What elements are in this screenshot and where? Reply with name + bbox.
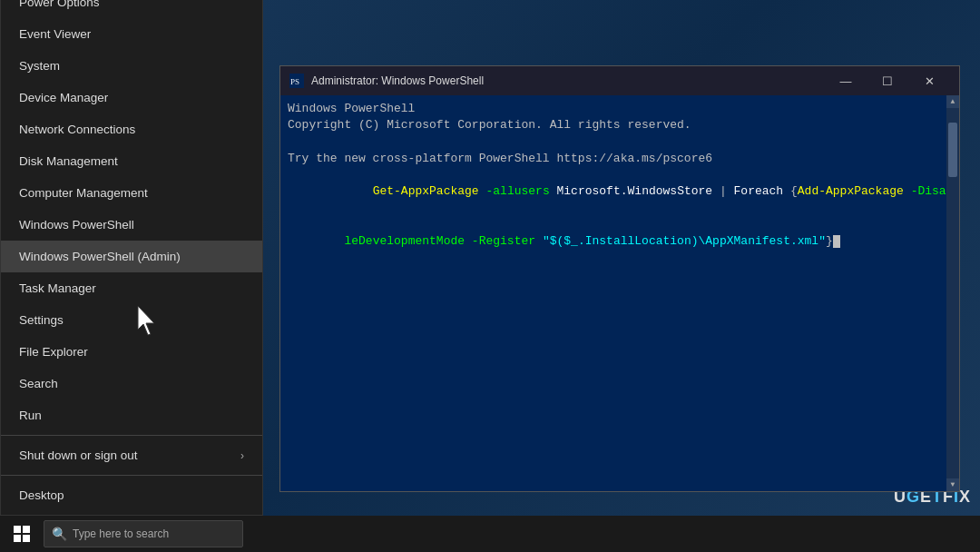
menu-item-desktop[interactable]: Desktop xyxy=(1,479,262,511)
ps-line-4: Try the new cross-platform PowerShell ht… xyxy=(288,151,952,167)
menu-item-search[interactable]: Search xyxy=(1,368,262,399)
menu-item-computer-management[interactable]: Computer Management xyxy=(1,177,262,209)
menu-separator-1 xyxy=(1,435,262,436)
taskbar: 🔍 Type here to search xyxy=(0,516,980,552)
taskbar-search-icon: 🔍 xyxy=(52,527,67,541)
context-menu: Apps and Features Power Options Event Vi… xyxy=(0,0,263,516)
ps-line-2: Copyright (C) Microsoft Corporation. All… xyxy=(288,117,952,133)
ps-line-5: Get-AppxPackage -allusers Microsoft.Wind… xyxy=(288,167,952,217)
menu-item-disk-management[interactable]: Disk Management xyxy=(1,145,262,177)
ps-line-3 xyxy=(288,133,952,150)
menu-item-event-viewer[interactable]: Event Viewer xyxy=(1,18,262,50)
menu-item-windows-powershell-admin[interactable]: Windows PowerShell (Admin) xyxy=(1,241,262,272)
start-button[interactable] xyxy=(0,516,44,552)
chevron-right-icon: › xyxy=(240,449,244,462)
menu-item-task-manager[interactable]: Task Manager xyxy=(1,272,262,304)
scroll-up-arrow[interactable]: ▲ xyxy=(946,95,959,108)
taskbar-search-placeholder: Type here to search xyxy=(73,527,169,540)
cursor-blink xyxy=(833,235,840,248)
menu-item-windows-powershell[interactable]: Windows PowerShell xyxy=(1,209,262,241)
menu-item-device-manager[interactable]: Device Manager xyxy=(1,82,262,113)
svg-rect-6 xyxy=(23,535,30,542)
window-title: Administrator: Windows PowerShell xyxy=(311,74,818,87)
scrollbar-thumb[interactable] xyxy=(948,123,957,177)
menu-item-system[interactable]: System xyxy=(1,50,262,82)
ps-line-1: Windows PowerShell xyxy=(288,101,952,117)
powershell-window: PS Administrator: Windows PowerShell — ☐… xyxy=(279,65,960,492)
maximize-button[interactable]: ☐ xyxy=(867,66,908,95)
scrollbar-vertical[interactable]: ▲ ▼ xyxy=(946,95,959,491)
powershell-window-icon: PS xyxy=(289,74,304,88)
taskbar-search-box[interactable]: 🔍 Type here to search xyxy=(44,520,243,547)
powershell-content: Windows PowerShell Copyright (C) Microso… xyxy=(280,95,959,491)
menu-item-shut-down[interactable]: Shut down or sign out › xyxy=(1,439,262,471)
svg-rect-4 xyxy=(23,526,30,533)
menu-item-file-explorer[interactable]: File Explorer xyxy=(1,336,262,368)
window-titlebar: PS Administrator: Windows PowerShell — ☐… xyxy=(280,66,959,95)
ps-line-6: leDevelopmentMode -Register "$($_.Instal… xyxy=(288,216,952,266)
scroll-down-arrow[interactable]: ▼ xyxy=(946,478,959,491)
minimize-button[interactable]: — xyxy=(825,66,867,95)
menu-item-settings[interactable]: Settings xyxy=(1,304,262,336)
menu-item-network-connections[interactable]: Network Connections xyxy=(1,113,262,145)
svg-rect-5 xyxy=(14,535,21,542)
menu-separator-2 xyxy=(1,475,262,476)
svg-text:PS: PS xyxy=(290,77,299,86)
desktop: PS Administrator: Windows PowerShell — ☐… xyxy=(0,0,980,552)
menu-item-run[interactable]: Run xyxy=(1,399,262,431)
svg-rect-3 xyxy=(14,526,21,533)
window-controls: — ☐ ✕ xyxy=(825,66,950,95)
close-button[interactable]: ✕ xyxy=(908,66,950,95)
menu-item-power-options[interactable]: Power Options xyxy=(1,0,262,18)
